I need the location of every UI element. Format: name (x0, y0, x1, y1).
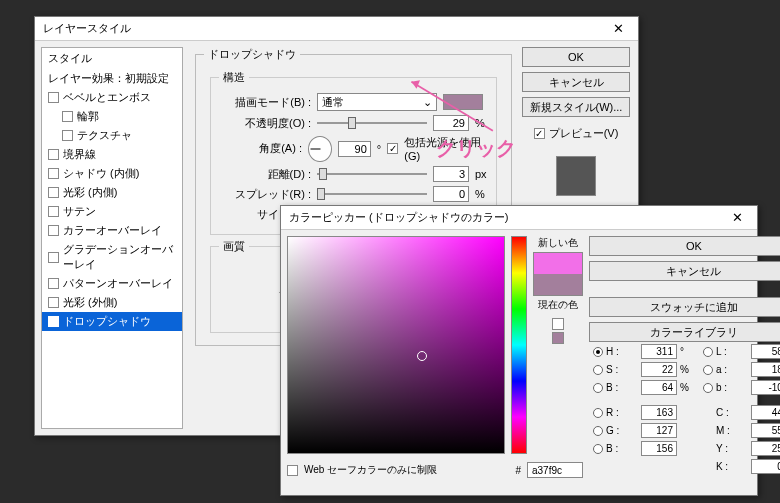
close-icon[interactable]: ✕ (602, 19, 634, 39)
cancel-button[interactable]: キャンセル (589, 261, 780, 281)
angle-dial[interactable] (308, 136, 332, 162)
brgb-radio[interactable] (593, 444, 603, 454)
k-input[interactable]: 0 (751, 459, 780, 474)
checkbox-icon[interactable] (48, 206, 59, 217)
sidebar-item[interactable]: 輪郭 (42, 107, 182, 126)
sidebar-item[interactable]: シャドウ (内側) (42, 164, 182, 183)
r-radio[interactable] (593, 408, 603, 418)
checkbox-icon[interactable] (48, 168, 59, 179)
ok-button[interactable]: OK (589, 236, 780, 256)
cube-icon[interactable] (552, 332, 564, 344)
r-input[interactable]: 163 (641, 405, 677, 420)
sv-picker[interactable] (287, 236, 505, 454)
sidebar-item[interactable]: サテン (42, 202, 182, 221)
blend-mode-select[interactable]: 通常 ⌄ (317, 93, 437, 111)
spread-slider[interactable] (317, 187, 427, 201)
titlebar[interactable]: レイヤースタイル ✕ (35, 17, 638, 41)
b-radio[interactable] (593, 383, 603, 393)
g-radio[interactable] (593, 426, 603, 436)
blab-input[interactable]: -10 (751, 380, 780, 395)
shadow-color-swatch[interactable] (443, 94, 483, 110)
checkbox-icon[interactable] (48, 297, 59, 308)
checkbox-icon[interactable] (48, 225, 59, 236)
opacity-slider[interactable] (317, 116, 427, 130)
checkbox-icon[interactable] (48, 252, 59, 263)
distance-input[interactable]: 3 (433, 166, 469, 182)
close-icon[interactable]: ✕ (721, 208, 753, 228)
hue-slider[interactable] (511, 236, 527, 454)
sidebar-item-label: 光彩 (内側) (63, 185, 117, 200)
s-radio[interactable] (593, 365, 603, 375)
sidebar-item[interactable]: 光彩 (内側) (42, 183, 182, 202)
m-input[interactable]: 55 (751, 423, 780, 438)
sidebar-item[interactable]: グラデーションオーバーレイ (42, 240, 182, 274)
ok-button[interactable]: OK (522, 47, 630, 67)
c-input[interactable]: 44 (751, 405, 780, 420)
sidebar-item-label: グラデーションオーバーレイ (63, 242, 176, 272)
checkbox-icon[interactable] (48, 149, 59, 160)
preview-swatch (556, 156, 596, 196)
sidebar-item-label: サテン (63, 204, 96, 219)
a-input[interactable]: 18 (751, 362, 780, 377)
new-current-swatch[interactable] (533, 252, 583, 296)
sidebar-defaults[interactable]: レイヤー効果：初期設定 (42, 69, 182, 88)
preview-label: プレビュー(V) (549, 126, 619, 141)
l-radio[interactable] (703, 347, 713, 357)
websafe-checkbox[interactable] (287, 465, 298, 476)
opacity-input[interactable]: 29 (433, 115, 469, 131)
picker-ring-icon (417, 351, 427, 361)
sidebar-item[interactable]: 光彩 (外側) (42, 293, 182, 312)
current-color-label: 現在の色 (538, 298, 578, 312)
window-title: カラーピッカー (ドロップシャドウのカラー) (289, 210, 508, 225)
blab-radio[interactable] (703, 383, 713, 393)
brgb-input[interactable]: 156 (641, 441, 677, 456)
spread-input[interactable]: 0 (433, 186, 469, 202)
y-input[interactable]: 25 (751, 441, 780, 456)
sidebar-item[interactable]: パターンオーバーレイ (42, 274, 182, 293)
sidebar-item-label: シャドウ (内側) (63, 166, 139, 181)
s-input[interactable]: 22 (641, 362, 677, 377)
sidebar-item-label: ベベルとエンボス (63, 90, 151, 105)
sidebar-item[interactable]: カラーオーバーレイ (42, 221, 182, 240)
global-light-label: 包括光源を使用(G) (404, 135, 488, 162)
g-input[interactable]: 127 (641, 423, 677, 438)
titlebar[interactable]: カラーピッカー (ドロップシャドウのカラー) ✕ (281, 206, 757, 230)
l-input[interactable]: 58 (751, 344, 780, 359)
sidebar-item[interactable]: ドロップシャドウ (42, 312, 182, 331)
sidebar-header: スタイル (42, 48, 182, 69)
sidebar-item[interactable]: 境界線 (42, 145, 182, 164)
sidebar-item-label: 境界線 (63, 147, 96, 162)
new-color-label: 新しい色 (538, 236, 578, 250)
chevron-down-icon: ⌄ (423, 96, 432, 109)
dialog-buttons: OK キャンセル 新規スタイル(W)... プレビュー(V) (522, 47, 630, 196)
group-title: ドロップシャドウ (204, 47, 300, 62)
h-radio[interactable] (593, 347, 603, 357)
angle-input[interactable]: 90 (338, 141, 371, 157)
sidebar-item-label: 光彩 (外側) (63, 295, 117, 310)
h-input[interactable]: 311 (641, 344, 677, 359)
sidebar-item-label: カラーオーバーレイ (63, 223, 162, 238)
sidebar-item[interactable]: ベベルとエンボス (42, 88, 182, 107)
sidebar-item-label: ドロップシャドウ (63, 314, 151, 329)
sidebar-item[interactable]: テクスチャ (42, 126, 182, 145)
checkbox-icon[interactable] (48, 316, 59, 327)
cancel-button[interactable]: キャンセル (522, 72, 630, 92)
global-light-checkbox[interactable] (387, 143, 398, 154)
new-style-button[interactable]: 新規スタイル(W)... (522, 97, 630, 117)
checkbox-icon[interactable] (48, 92, 59, 103)
checkbox-icon[interactable] (48, 278, 59, 289)
preview-checkbox[interactable] (534, 128, 545, 139)
checkbox-icon[interactable] (62, 111, 73, 122)
add-swatch-button[interactable]: スウォッチに追加 (589, 297, 780, 317)
cube-icon[interactable] (552, 318, 564, 330)
bhsb-input[interactable]: 64 (641, 380, 677, 395)
distance-slider[interactable] (317, 167, 427, 181)
hex-input[interactable]: a37f9c (527, 462, 583, 478)
blend-mode-label: 描画モード(B) : (219, 95, 311, 110)
a-radio[interactable] (703, 365, 713, 375)
sidebar-item-label: テクスチャ (77, 128, 132, 143)
checkbox-icon[interactable] (48, 187, 59, 198)
color-libraries-button[interactable]: カラーライブラリ (589, 322, 780, 342)
checkbox-icon[interactable] (62, 130, 73, 141)
sidebar-item-label: 輪郭 (77, 109, 99, 124)
